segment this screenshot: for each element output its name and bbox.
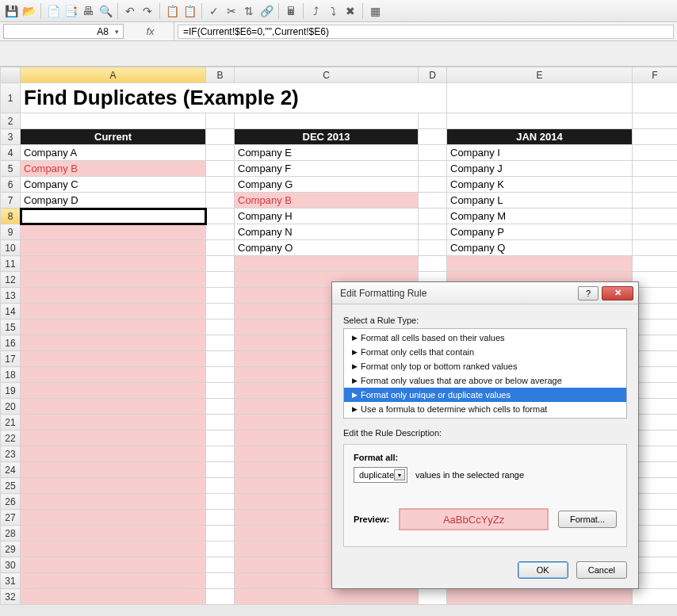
format-button[interactable]: Format... — [558, 511, 617, 528]
cell[interactable]: Company I — [447, 145, 633, 161]
cell[interactable] — [206, 224, 235, 240]
formula-bar[interactable]: =IF(Current!$E6=0,"",Current!$E6) — [178, 25, 674, 39]
cell[interactable] — [206, 256, 235, 272]
fx-label[interactable]: fx — [127, 22, 174, 40]
row-head[interactable]: 22 — [1, 430, 21, 446]
cell[interactable] — [633, 113, 678, 129]
cell[interactable] — [21, 367, 206, 383]
cell[interactable] — [447, 256, 633, 272]
trace-right-icon[interactable]: ⤵ — [325, 3, 341, 19]
cell[interactable] — [633, 161, 678, 177]
spellcheck-icon[interactable]: ✓ — [206, 3, 222, 19]
cell[interactable] — [235, 113, 419, 129]
cell[interactable]: Company N — [235, 224, 419, 240]
row-head[interactable]: 21 — [1, 415, 21, 430]
cell[interactable] — [235, 256, 419, 272]
rule-type-item[interactable]: ▶Use a formula to determine which cells … — [344, 402, 626, 416]
cell[interactable] — [21, 557, 206, 573]
cell[interactable] — [633, 83, 678, 113]
cell[interactable] — [206, 240, 235, 256]
cell-selected[interactable] — [21, 209, 206, 224]
rule-type-item-selected[interactable]: ▶Format only unique or duplicate values — [344, 388, 626, 402]
cell[interactable] — [21, 240, 206, 256]
cell[interactable] — [633, 589, 678, 605]
cell[interactable] — [21, 351, 206, 367]
calc-icon[interactable]: 🖩 — [283, 3, 299, 19]
cell[interactable] — [633, 224, 678, 240]
cell[interactable] — [21, 462, 206, 478]
select-all-corner[interactable] — [1, 67, 21, 83]
rule-type-item[interactable]: ▶Format only cells that contain — [344, 345, 626, 359]
paste-icon[interactable]: 📋 — [164, 3, 180, 19]
cell[interactable]: Company H — [235, 209, 419, 224]
help-button[interactable]: ? — [578, 286, 599, 300]
row-head[interactable]: 2 — [1, 113, 21, 129]
print-icon[interactable]: 🖶 — [80, 3, 96, 19]
row-head[interactable]: 17 — [1, 351, 21, 367]
rule-type-item[interactable]: ▶Format all cells based on their values — [344, 331, 626, 345]
cell[interactable] — [633, 129, 678, 145]
cell[interactable] — [206, 589, 235, 605]
cell[interactable] — [206, 415, 235, 430]
chevron-down-icon[interactable]: ▾ — [394, 469, 405, 480]
cell[interactable] — [21, 478, 206, 494]
cell[interactable] — [206, 526, 235, 541]
col-head-A[interactable]: A — [21, 67, 206, 83]
cell[interactable]: Company A — [21, 145, 206, 161]
cell[interactable] — [21, 224, 206, 240]
cell[interactable] — [206, 399, 235, 415]
cell[interactable] — [419, 224, 447, 240]
cell[interactable] — [633, 177, 678, 193]
cell[interactable] — [206, 383, 235, 399]
link-icon[interactable]: 🔗 — [258, 3, 274, 19]
cell[interactable] — [206, 113, 235, 129]
cell[interactable]: Company K — [447, 177, 633, 193]
cell[interactable] — [21, 494, 206, 510]
cell[interactable] — [419, 193, 447, 209]
paste-special-icon[interactable]: 📋 — [182, 3, 197, 19]
cell[interactable] — [21, 272, 206, 288]
row-head[interactable]: 19 — [1, 383, 21, 399]
cell[interactable] — [206, 304, 235, 319]
cell[interactable] — [21, 573, 206, 589]
cell[interactable] — [206, 288, 235, 304]
cell[interactable] — [206, 573, 235, 589]
rule-type-list[interactable]: ▶Format all cells based on their values … — [343, 328, 627, 419]
column-header-current[interactable]: Current — [21, 129, 206, 145]
row-head[interactable]: 26 — [1, 494, 21, 510]
cell[interactable] — [21, 415, 206, 430]
row-head[interactable]: 11 — [1, 256, 21, 272]
cell[interactable] — [206, 145, 235, 161]
cell[interactable] — [206, 319, 235, 335]
dialog-titlebar[interactable]: Edit Formatting Rule ? ✕ — [332, 282, 638, 304]
cell[interactable] — [21, 113, 206, 129]
cell[interactable] — [206, 446, 235, 462]
row-head[interactable]: 32 — [1, 589, 21, 605]
row-head[interactable]: 29 — [1, 541, 21, 557]
preview-icon[interactable]: 🔍 — [98, 3, 113, 19]
copy-icon[interactable]: 📑 — [63, 3, 78, 19]
cell[interactable]: Company D — [21, 193, 206, 209]
col-head-B[interactable]: B — [206, 67, 235, 83]
cell[interactable]: Company C — [21, 177, 206, 193]
cell[interactable]: Company Q — [447, 240, 633, 256]
row-head[interactable]: 27 — [1, 510, 21, 526]
new-icon[interactable]: 📄 — [45, 3, 61, 19]
cell[interactable]: Company E — [235, 145, 419, 161]
row-head[interactable]: 24 — [1, 462, 21, 478]
page-title[interactable]: Find Duplicates (Example 2) — [21, 83, 447, 113]
cell[interactable] — [206, 367, 235, 383]
cell[interactable] — [206, 129, 235, 145]
row-head[interactable]: 31 — [1, 573, 21, 589]
row-head[interactable]: 9 — [1, 224, 21, 240]
cell[interactable]: Company J — [447, 161, 633, 177]
redo-icon[interactable]: ↷ — [140, 3, 155, 19]
cell[interactable] — [206, 335, 235, 351]
row-head[interactable]: 5 — [1, 161, 21, 177]
cell[interactable] — [206, 161, 235, 177]
column-header-dec[interactable]: DEC 2013 — [235, 129, 419, 145]
cell[interactable] — [21, 589, 206, 605]
chevron-down-icon[interactable]: ▾ — [112, 27, 121, 36]
row-head[interactable]: 1 — [1, 83, 21, 113]
row-head[interactable]: 6 — [1, 177, 21, 193]
